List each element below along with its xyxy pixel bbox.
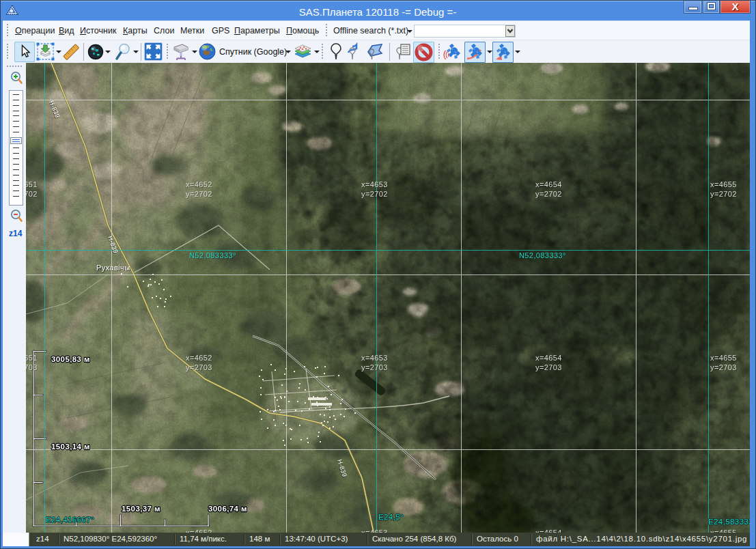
svg-text:1503,14 м: 1503,14 м: [51, 442, 90, 451]
svg-text:y=2703: y=2703: [710, 363, 737, 371]
svg-text:y=2702: y=2702: [710, 190, 737, 198]
svg-text:x=4653: x=4653: [361, 354, 388, 362]
svg-text:1503,37 м: 1503,37 м: [122, 505, 160, 513]
svg-text:E24,416667°: E24,416667°: [46, 516, 94, 524]
svg-text:x=4652: x=4652: [186, 354, 212, 362]
svg-text:y=2703: y=2703: [26, 363, 38, 371]
svg-text:N52,083333°: N52,083333°: [519, 251, 566, 259]
svg-text:y=2703: y=2703: [361, 363, 388, 371]
svg-text:N52,083333°: N52,083333°: [189, 251, 236, 259]
svg-text:x=4654: x=4654: [535, 180, 562, 188]
svg-text:x=4655: x=4655: [710, 180, 737, 188]
svg-text:y=2703: y=2703: [535, 363, 562, 371]
svg-text:E24,583333°: E24,583333°: [708, 518, 750, 526]
svg-text:x=4654: x=4654: [535, 354, 562, 362]
svg-text:Рухавічы: Рухавічы: [96, 264, 130, 272]
svg-text:y=2702: y=2702: [186, 190, 212, 198]
svg-text:y=2702: y=2702: [361, 190, 388, 198]
svg-text:x=4651: x=4651: [26, 354, 38, 362]
svg-text:y=2702: y=2702: [26, 190, 38, 198]
svg-text:E24,5°: E24,5°: [378, 513, 404, 521]
svg-text:x=4651: x=4651: [26, 180, 38, 188]
svg-text:x=4655: x=4655: [710, 354, 737, 362]
svg-text:3005,83 м: 3005,83 м: [51, 355, 90, 363]
svg-text:x=4653: x=4653: [361, 180, 388, 188]
svg-text:x=4652: x=4652: [186, 180, 212, 188]
svg-text:y=2703: y=2703: [186, 363, 212, 371]
svg-text:3006,74 м: 3006,74 м: [208, 505, 247, 513]
svg-text:y=2702: y=2702: [535, 190, 562, 198]
